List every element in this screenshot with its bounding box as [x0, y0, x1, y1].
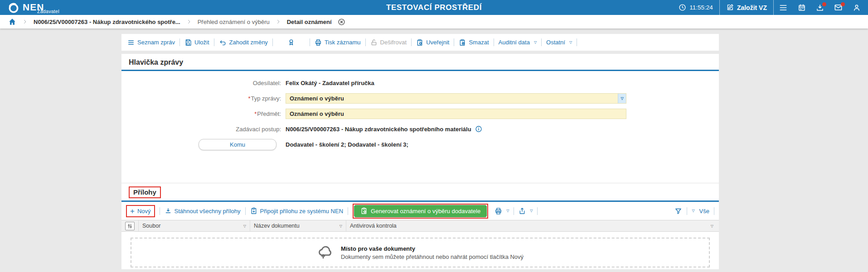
predmet-input[interactable]: Oznámení o výběru: [286, 109, 626, 119]
ulozit-button[interactable]: Uložit: [184, 39, 209, 46]
divider: [454, 38, 454, 46]
novy-annotation-box: + Nový: [126, 205, 155, 217]
odesilatel-value: Felix Okátý - Zadavatel příručka: [286, 80, 374, 86]
menu-button[interactable]: [774, 0, 793, 15]
column-settings-icon-box[interactable]: [125, 222, 135, 230]
column-filter-icon[interactable]: ▽: [241, 224, 246, 228]
download-icon: [165, 207, 172, 215]
column-filter-icon[interactable]: ▽: [708, 224, 713, 228]
column-settings-cell[interactable]: [121, 220, 139, 231]
novy-button[interactable]: + Nový: [130, 207, 151, 215]
export-share-icon: [519, 207, 526, 215]
required-marker: *: [248, 95, 250, 102]
odesilatel-label: Odesílatel:: [121, 80, 286, 86]
close-tab-icon[interactable]: [338, 18, 345, 26]
info-icon[interactable]: [475, 125, 482, 133]
calendar-button[interactable]: [793, 0, 811, 15]
dropdown-triangle-icon: ▽: [569, 41, 572, 44]
breadcrumb-item-overview[interactable]: Přehled oznámení o výběru: [198, 19, 270, 25]
clipboard-gear-icon: [360, 207, 368, 215]
filter-button[interactable]: [674, 207, 682, 215]
ulozit-label: Uložit: [194, 39, 209, 46]
divider: [537, 207, 538, 215]
unlock-icon: [370, 39, 378, 46]
predmet-label: *Předmět:: [121, 110, 286, 117]
tisk-zaznamu-label: Tisk záznamu: [325, 39, 361, 46]
zahodit-zmeny-label: Zahodit změny: [229, 39, 268, 46]
generovat-oznameni-button[interactable]: Generovat oznámení o výběru dodavatele: [354, 205, 487, 217]
user-profile-button[interactable]: [848, 0, 868, 15]
home-icon[interactable]: [8, 18, 16, 26]
dropdown-triangle-icon: ▽: [534, 41, 537, 44]
smazat-button[interactable]: Smazat: [459, 39, 489, 46]
vse-label: Vše: [699, 208, 709, 215]
tisk-zaznamu-button[interactable]: Tisk záznamu: [315, 39, 361, 46]
edit-icon: [726, 4, 734, 11]
downloads-notification-badge: [822, 2, 826, 6]
ostatni-dropdown[interactable]: Ostatní ▽: [546, 39, 572, 46]
nen-application-window: NEN Zadavatel TESTOVACÍ PROSTŘEDÍ 11:55:…: [0, 0, 868, 272]
messages-button[interactable]: [829, 0, 848, 15]
nen-logo[interactable]: NEN Zadavatel: [0, 0, 44, 15]
dropzone-text: Místo pro vaše dokumenty Dokumenty sem m…: [341, 245, 524, 260]
message-detail-panel: Hlavička zprávy Odesílatel: Felix Okátý …: [121, 54, 719, 269]
column-header-nazev-dokumentu[interactable]: Název dokumentu ▽: [250, 220, 346, 231]
documents-dropzone[interactable]: Místo pro vaše dokumenty Dokumenty sem m…: [131, 238, 710, 267]
pripojit-nen-button[interactable]: Připojit přílohu ze systému NEN: [250, 207, 344, 215]
stahnout-vsechny-button[interactable]: Stáhnout všechny přílohy: [165, 207, 241, 215]
breadcrumb-item-detail[interactable]: Detail oznámení: [287, 19, 332, 25]
divider: [494, 38, 494, 46]
zahodit-zmeny-button[interactable]: Zahodit změny: [219, 39, 268, 46]
typ-zpravy-select[interactable]: Oznámení o výběru ▽: [286, 93, 626, 104]
komu-value: Dodavatel - školení 2; Dodavatel - škole…: [286, 141, 408, 148]
divider: [214, 38, 214, 46]
divider: [310, 38, 310, 46]
column-header-soubor[interactable]: Soubor ▽: [139, 220, 250, 231]
form-row-predmet: *Předmět: Oznámení o výběru: [121, 108, 719, 119]
desifrovat-button: Dešifrovat: [370, 39, 407, 46]
print-attachments-dropdown[interactable]: ▽: [495, 207, 509, 215]
vse-dropdown[interactable]: ▽ Vše: [692, 208, 709, 215]
seal-ribbon-icon: [287, 38, 295, 46]
dropdown-triangle-icon: ▽: [530, 209, 533, 213]
divider: [577, 38, 577, 46]
save-icon: [184, 39, 192, 46]
zalozit-vz-button[interactable]: Založit VZ: [720, 0, 773, 15]
required-marker: *: [254, 110, 257, 117]
messages-notification-badge: [841, 2, 845, 6]
desifrovat-label: Dešifrovat: [380, 39, 407, 46]
column-header-antivirova-kontrola[interactable]: Antivirová kontrola ▽: [346, 220, 719, 231]
dropdown-triangle-icon: ▽: [621, 96, 623, 100]
breadcrumb-item-procedure[interactable]: N006/25/V00007263 - Nákup zdravotnického…: [34, 19, 180, 25]
predmet-value: Oznámení o výběru: [290, 110, 344, 117]
komu-button[interactable]: Komu: [199, 139, 276, 150]
divider: [348, 207, 348, 215]
generovat-label: Generovat oznámení o výběru dodavatele: [371, 208, 480, 215]
breadcrumb: N006/25/V00007263 - Nákup zdravotnického…: [0, 15, 868, 29]
ostatni-label: Ostatní: [546, 39, 565, 46]
downloads-button[interactable]: [811, 0, 829, 15]
clock-display: 11:55:24: [672, 0, 719, 15]
printer-icon: [315, 39, 322, 46]
divider: [160, 207, 160, 215]
select-dropdown-button[interactable]: ▽: [618, 94, 626, 103]
user-icon: [853, 4, 861, 12]
filter-funnel-icon: [674, 207, 682, 215]
current-time: 11:55:24: [689, 4, 713, 11]
divider: [179, 38, 180, 46]
auditni-data-dropdown[interactable]: Auditní data ▽: [499, 39, 537, 46]
nen-logo-icon: [7, 2, 20, 14]
divider: [411, 38, 412, 46]
form-row-typ-zpravy: *Typ zprávy: Oznámení o výběru ▽: [121, 93, 719, 104]
typ-zpravy-value: Oznámení o výběru: [290, 95, 344, 102]
signature-seal-button[interactable]: [277, 38, 305, 46]
export-dropdown[interactable]: ▽: [519, 207, 533, 215]
divider: [245, 207, 246, 215]
uverejnit-button[interactable]: Uveřejnit: [416, 39, 449, 46]
divider: [365, 38, 366, 46]
attachments-toolbar: + Nový Stáhnout všechny přílohy Připojit…: [121, 202, 719, 220]
seznam-zprav-button[interactable]: Seznam zpráv: [127, 39, 175, 46]
column-filter-icon[interactable]: ▽: [337, 224, 342, 228]
attachments-table-header: Soubor ▽ Název dokumentu ▽ Antivirová ko…: [121, 220, 719, 232]
message-toolbar: Seznam zpráv Uložit Zahodit změny Tisk z…: [121, 34, 719, 51]
